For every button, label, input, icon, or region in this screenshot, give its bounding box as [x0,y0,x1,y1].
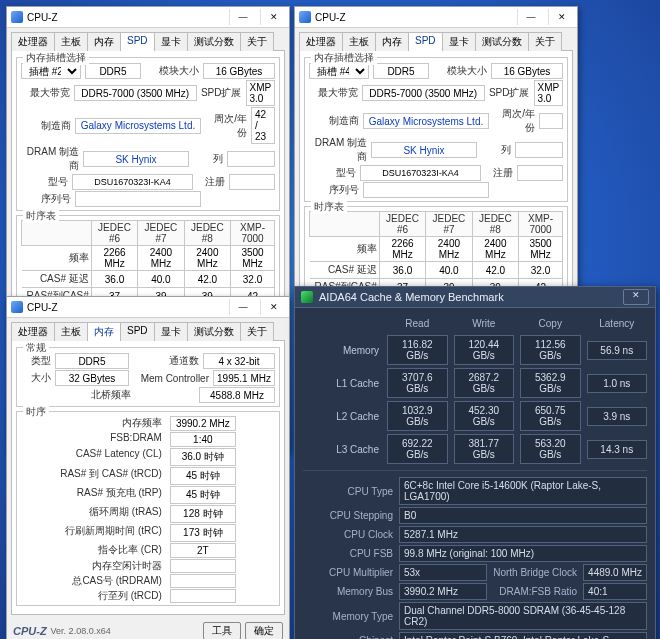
tab-mem[interactable]: 内存 [87,322,121,341]
part-number: DSU1670323I-KA4 [72,174,192,190]
lbl-partnum: 型号 [309,166,356,180]
tabstrip: 处理器 主板 内存 SPD 显卡 测试分数 关于 [7,318,289,341]
reg [229,174,275,190]
dram-mfr[interactable]: SK Hynix [83,151,189,167]
lbl-reg: 注册 [197,175,225,189]
tab-about[interactable]: 关于 [240,322,274,341]
lbl-fsb-dram: FSB:DRAM [60,432,164,447]
tab-bench[interactable]: 测试分数 [187,322,241,341]
tab-bench[interactable]: 测试分数 [187,32,241,51]
tab-gpu[interactable]: 显卡 [154,32,188,51]
group-slot-select: 内存插槽选择 [23,51,89,65]
lbl-module-size: 模块大小 [145,64,199,78]
tab-mb[interactable]: 主板 [54,32,88,51]
close-button[interactable]: ✕ [260,9,287,25]
close-button[interactable]: ✕ [260,299,287,315]
group-general: 常规 [23,341,49,355]
minimize-button[interactable]: — [517,9,544,25]
max-bw: DDR5-7000 (3500 MHz) [362,85,485,101]
lbl-max-bw: 最大带宽 [21,86,70,100]
lbl-mfr: 制造商 [21,119,71,133]
slot-select[interactable]: 插槽 #4 [309,63,369,79]
close-button[interactable]: ✕ [548,9,575,25]
lbl-rank: 列 [481,143,511,157]
tab-spd[interactable]: SPD [120,32,155,51]
spd-ext: XMP 3.0 [246,80,276,106]
lbl-dram-freq: 内存频率 [60,416,164,431]
lbl-drammfr: DRAM 制造商 [21,145,79,173]
lbl-channels: 通道数 [133,354,199,368]
trdram [170,574,236,588]
lbl-rank: 列 [193,152,223,166]
mem-type: DDR5 [373,63,429,79]
mem-type: DDR5 [85,63,141,79]
tab-spd[interactable]: SPD [408,32,443,51]
tab-cpu[interactable]: 处理器 [11,32,55,51]
app-icon [11,301,23,313]
window-title: CPU-Z [27,302,225,313]
aida-header-row: Read Write Copy Latency [303,318,647,329]
lbl-uncore: 北桥频率 [21,388,131,402]
lbl-reg: 注册 [485,166,513,180]
row-to-row [170,589,236,603]
mem-type: DDR5 [55,353,129,369]
tab-bench[interactable]: 测试分数 [475,32,529,51]
aida-close-button[interactable]: ✕ [623,289,649,305]
tab-gpu[interactable]: 显卡 [442,32,476,51]
group-slot-select: 内存插槽选择 [311,51,377,65]
dram-freq: 3990.2 MHz [170,416,236,431]
lbl-trc: 行刷新周期时间 (tRC) [60,524,164,542]
idle-timer [170,559,236,573]
module-size: 16 GBytes [203,63,275,79]
mfr[interactable]: Galaxy Microsystems Ltd. [75,118,201,134]
aida-row-l1: L1 Cache 3707.6 GB/s2687.2 GB/s5362.9 GB… [303,368,647,398]
tab-cpu[interactable]: 处理器 [11,322,55,341]
rank [515,142,563,158]
minimize-button[interactable]: — [229,9,256,25]
window-title: CPU-Z [27,12,225,23]
app-icon [11,11,23,23]
module-size: 16 GBytes [491,63,563,79]
tab-mem[interactable]: 内存 [375,32,409,51]
tab-about[interactable]: 关于 [240,32,274,51]
aida-row-memory: Memory 116.82 GB/s120.44 GB/s112.56 GB/s… [303,335,647,365]
lbl-mfr: 制造商 [309,114,359,128]
aida-row-l2: L2 Cache 1032.9 GB/s452.30 GB/s650.75 GB… [303,401,647,431]
group-timings: 时序 [23,405,49,419]
minimize-button[interactable]: — [229,299,256,315]
tab-gpu[interactable]: 显卡 [154,322,188,341]
lbl-cl: CAS# Latency (CL) [60,448,164,466]
tras: 128 时钟 [170,505,236,523]
tab-spd[interactable]: SPD [120,322,155,341]
slot-select[interactable]: 插槽 #2 [21,63,81,79]
lbl-size: 大小 [21,371,51,385]
lbl-mem-controller: Mem Controller [133,373,209,384]
tab-mem[interactable]: 内存 [87,32,121,51]
tab-mb[interactable]: 主板 [54,322,88,341]
max-bw: DDR5-7000 (3500 MHz) [74,85,197,101]
aida-icon [301,291,313,303]
dram-mfr[interactable]: SK Hynix [371,142,477,158]
tab-about[interactable]: 关于 [528,32,562,51]
aida-row-l3: L3 Cache 692.22 GB/s381.77 GB/s563.20 GB… [303,434,647,464]
part-number: DSU1670323I-KA4 [360,165,480,181]
tools-button[interactable]: 工具 [203,622,241,639]
uncore-freq: 4588.8 MHz [199,387,275,403]
lbl-max-bw: 最大带宽 [309,86,358,100]
tabstrip: 处理器 主板 内存 SPD 显卡 测试分数 关于 [7,28,289,51]
lbl-spdext: SPD扩展 [201,86,242,100]
cpuz-logo: CPU-Z [13,625,47,637]
lbl-trcd: RAS# 到 CAS# (tRCD) [60,467,164,485]
trcd: 45 时钟 [170,467,236,485]
rank [227,151,275,167]
tab-mb[interactable]: 主板 [342,32,376,51]
mem-size: 32 GBytes [55,370,129,386]
mfr[interactable]: Galaxy Microsystems Ltd. [363,113,489,129]
aida-title: AIDA64 Cache & Memory Benchmark [319,291,613,303]
tab-cpu[interactable]: 处理器 [299,32,343,51]
lbl-idle: 内存空闲计时器 [60,559,164,573]
group-timing: 时序表 [311,200,347,214]
lbl-trtr: 行至列 (tRCD) [60,589,164,603]
ok-button[interactable]: 确定 [245,622,283,639]
mc-freq: 1995.1 MHz [213,370,275,386]
